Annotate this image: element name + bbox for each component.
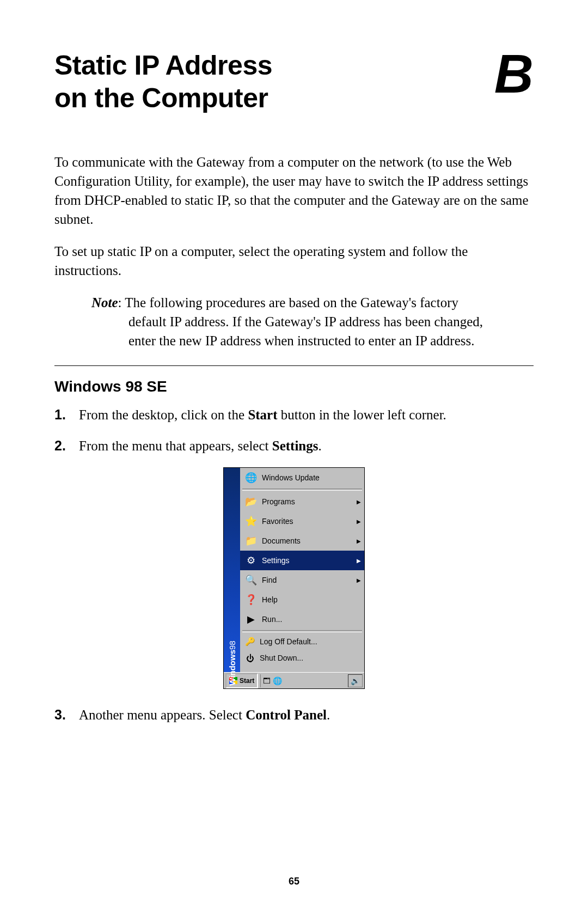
start-menu-items: 🌐 Windows Update 📂 Programs ▶ ⭐ Favorite… (240, 468, 364, 672)
menu-item-label: Documents (259, 536, 356, 545)
quick-launch-ie-icon[interactable]: 🌐 (273, 676, 282, 685)
menu-item-windows-update[interactable]: 🌐 Windows Update (240, 468, 364, 487)
menu-item-label: Find (259, 576, 356, 584)
taskbar: Start 🗔 🌐 🔊 (224, 672, 364, 688)
menu-item-label: Programs (259, 497, 356, 506)
step-number: 1. (54, 405, 79, 424)
step-text-bold: Control Panel (246, 707, 327, 722)
globe-icon: 🌐 (243, 470, 259, 485)
power-icon: ⏻ (243, 651, 256, 664)
start-menu-band: Windows98 (224, 468, 240, 672)
step-text-part: button in the lower left corner. (278, 407, 446, 422)
start-button-label: Start (240, 677, 254, 685)
section-heading: Windows 98 SE (54, 378, 534, 395)
band-brand: Windows (228, 650, 237, 686)
start-menu: Windows98 🌐 Windows Update 📂 Programs ▶ (223, 467, 365, 689)
step-3: 3. Another menu appears. Select Control … (54, 705, 534, 724)
step-text-bold: Settings (272, 438, 318, 453)
horizontal-rule (54, 365, 534, 366)
menu-item-run[interactable]: ▶ Run... (240, 609, 364, 629)
step-text-part: From the desktop, click on the (79, 407, 248, 422)
key-icon: 🔑 (243, 635, 256, 648)
intro-paragraph-1: To communicate with the Gateway from a c… (54, 152, 534, 229)
step-text-bold: Start (248, 407, 277, 422)
programs-icon: 📂 (243, 494, 259, 509)
step-number: 3. (54, 705, 79, 724)
title-line-2: on the Computer (54, 83, 268, 113)
menu-item-programs[interactable]: 📂 Programs ▶ (240, 492, 364, 511)
page-title: Static IP Address on the Computer (54, 49, 272, 114)
note-block: Note: The following procedures are based… (91, 293, 534, 350)
menu-item-label: Windows Update (259, 473, 361, 482)
submenu-arrow-icon: ▶ (356, 518, 361, 524)
submenu-arrow-icon: ▶ (356, 538, 361, 544)
intro-paragraph-2: To set up static IP on a computer, selec… (54, 242, 534, 280)
submenu-arrow-icon: ▶ (356, 558, 361, 564)
step-text: From the menu that appears, select Setti… (79, 436, 534, 455)
folder-icon: 📁 (243, 533, 259, 548)
menu-item-label: Log Off Default... (256, 637, 361, 646)
appendix-letter: B (494, 46, 534, 101)
menu-item-logoff[interactable]: 🔑 Log Off Default... (240, 633, 364, 650)
menu-item-shutdown[interactable]: ⏻ Shut Down... (240, 650, 364, 666)
steps-list: 1. From the desktop, click on the Start … (54, 405, 534, 455)
tray-volume-icon: 🔊 (351, 676, 360, 685)
submenu-arrow-icon: ▶ (356, 499, 361, 505)
quick-launch-desktop-icon[interactable]: 🗔 (263, 676, 271, 685)
note-text-3: enter the new IP address when instructed… (128, 333, 474, 348)
menu-item-label: Settings (259, 556, 356, 565)
star-icon: ⭐ (243, 514, 259, 529)
system-tray[interactable]: 🔊 (348, 674, 363, 687)
note-text-1: : The following procedures are based on … (118, 295, 458, 310)
title-row: Static IP Address on the Computer B (54, 49, 534, 114)
search-icon: 🔍 (243, 572, 259, 588)
start-menu-top: Windows98 🌐 Windows Update 📂 Programs ▶ (224, 468, 364, 672)
step-text-part: Another menu appears. Select (79, 707, 246, 722)
step-text: Another menu appears. Select Control Pan… (79, 705, 534, 724)
step-2: 2. From the menu that appears, select Se… (54, 436, 534, 455)
step-number: 2. (54, 436, 79, 455)
step-text-part: From the menu that appears, select (79, 438, 272, 453)
menu-item-find[interactable]: 🔍 Find ▶ (240, 570, 364, 590)
page-number: 65 (0, 876, 588, 887)
step-text-part: . (327, 707, 330, 722)
document-page: Static IP Address on the Computer B To c… (0, 0, 588, 909)
steps-list-continued: 3. Another menu appears. Select Control … (54, 705, 534, 724)
band-brand-text: Windows98 (228, 640, 237, 685)
help-icon: ❓ (243, 592, 259, 607)
embedded-screenshot: Windows98 🌐 Windows Update 📂 Programs ▶ (54, 467, 534, 689)
menu-separator (242, 489, 362, 491)
submenu-arrow-icon: ▶ (356, 577, 361, 583)
menu-item-help[interactable]: ❓ Help (240, 590, 364, 609)
menu-separator (242, 630, 362, 632)
menu-item-label: Shut Down... (256, 654, 361, 662)
run-icon: ▶ (243, 612, 259, 627)
menu-item-documents[interactable]: 📁 Documents ▶ (240, 531, 364, 551)
note-label: Note (91, 295, 118, 310)
title-line-1: Static IP Address (54, 50, 272, 81)
menu-item-label: Run... (259, 615, 361, 624)
menu-item-favorites[interactable]: ⭐ Favorites ▶ (240, 511, 364, 531)
note-text-2: default IP address. If the Gateway's IP … (128, 314, 483, 329)
step-1: 1. From the desktop, click on the Start … (54, 405, 534, 424)
menu-item-settings[interactable]: ⚙ Settings ▶ (240, 551, 364, 570)
gear-icon: ⚙ (243, 553, 259, 568)
band-version: 98 (228, 640, 237, 650)
step-text: From the desktop, click on the Start but… (79, 405, 534, 424)
menu-item-label: Help (259, 595, 361, 604)
menu-item-label: Favorites (259, 517, 356, 526)
step-text-part: . (318, 438, 321, 453)
quick-launch: 🗔 🌐 (260, 674, 282, 687)
